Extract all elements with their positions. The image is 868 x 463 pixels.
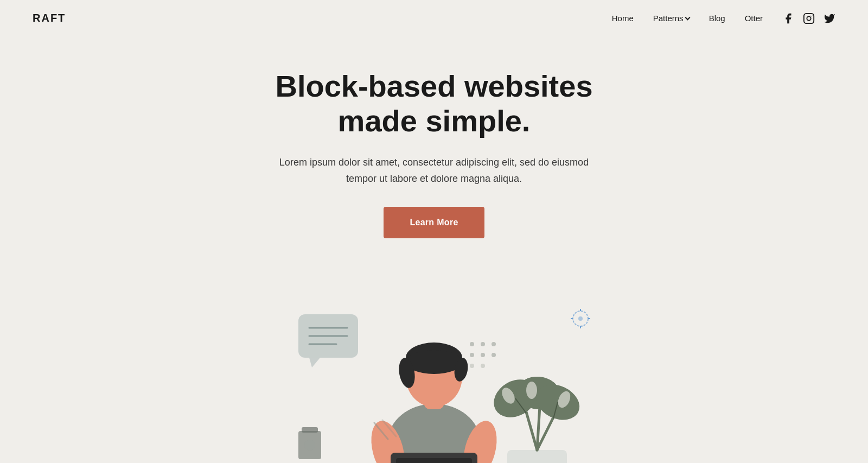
svg-rect-26 [507,450,567,463]
svg-marker-7 [309,358,320,367]
svg-point-14 [470,353,474,357]
facebook-icon[interactable] [782,12,794,24]
navigation: RAFT Home Patterns Blog Otter [0,0,868,36]
nav-blog[interactable]: Blog [709,14,725,23]
svg-point-17 [470,364,474,368]
svg-point-45 [406,350,462,374]
svg-point-12 [481,342,485,346]
hero-subtitle: Lorem ipsum dolor sit amet, consectetur … [277,154,591,187]
svg-point-15 [481,353,485,357]
nav-links: Home Patterns Blog Otter [612,12,835,24]
svg-rect-49 [396,458,472,463]
illustration-svg [244,282,624,463]
svg-point-1 [807,16,810,20]
nav-patterns[interactable]: Patterns [653,14,690,23]
nav-home[interactable]: Home [612,14,634,23]
svg-point-10 [304,440,315,451]
svg-point-16 [492,353,496,357]
chevron-down-icon [685,15,690,21]
svg-point-18 [481,364,485,368]
svg-point-11 [470,342,474,346]
learn-more-button[interactable]: Learn More [384,207,484,238]
site-logo: RAFT [33,12,66,24]
svg-line-27 [526,412,537,450]
svg-point-13 [492,342,496,346]
social-icons [782,12,835,24]
svg-rect-9 [302,427,318,433]
hero-illustration [244,282,624,463]
svg-rect-0 [804,13,814,23]
svg-point-20 [578,316,583,321]
svg-point-35 [526,382,537,399]
twitter-icon[interactable] [824,12,835,24]
nav-otter[interactable]: Otter [745,14,763,23]
hero-section: Block-based websites made simple. Lorem … [0,36,868,260]
instagram-icon[interactable] [803,12,815,24]
hero-title: Block-based websites made simple. [260,69,608,139]
